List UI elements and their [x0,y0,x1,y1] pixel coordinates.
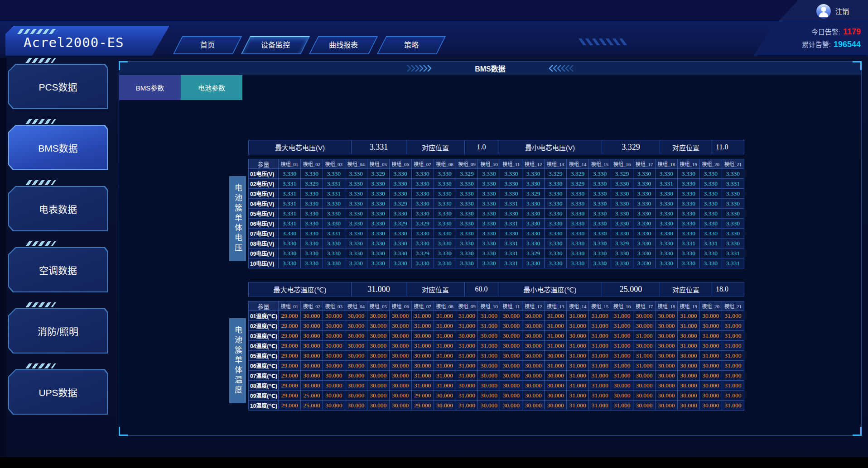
value-cell: 30.000 [522,371,545,381]
tab-bms-params[interactable]: BMS参数 [119,75,181,100]
sidebar-item-fire-lighting[interactable]: 消防/照明 [8,302,114,353]
value-cell: 25.000 [300,391,323,401]
nav-strategy[interactable]: 策略 [377,36,446,54]
sidebar-item-ups[interactable]: UPS数据 [8,363,114,415]
sidebar-item-label: UPS数据 [8,369,108,415]
value-cell: 31.000 [567,391,589,401]
column-header-cell: 模组_16 [611,301,633,311]
value-cell: 3.330 [677,229,699,239]
column-header-cell: 模组_19 [677,301,699,311]
value-cell: 3.330 [699,219,722,229]
value-cell: 30.000 [323,341,345,351]
sidebar-item-pcs[interactable]: PCS数据 [8,58,114,109]
value-cell: 30.000 [389,361,411,371]
value-cell: 30.000 [456,331,478,341]
summary-label-cell: 最小电芯电压(V) [498,140,602,154]
value-cell: 3.330 [434,258,456,268]
value-cell: 3.330 [611,209,633,219]
value-cell: 30.000 [699,361,722,371]
value-cell: 31.000 [567,321,589,331]
value-cell: 30.000 [611,391,633,401]
value-cell: 31.000 [434,331,456,341]
user-avatar-icon[interactable] [816,4,831,19]
alarm-today-label: 今日告警: [811,27,840,36]
value-cell: 31.000 [722,311,744,321]
value-cell: 3.330 [699,179,722,189]
summary-value-cell: 25.000 [602,282,660,296]
value-cell: 3.330 [522,239,545,248]
value-cell: 3.330 [611,248,633,258]
value-cell: 31.000 [589,401,611,411]
column-header-cell: 模组_06 [389,159,411,169]
value-cell: 30.000 [699,311,722,321]
sidebar-item-label: 消防/照明 [8,308,108,353]
value-cell: 31.000 [589,331,611,341]
value-cell: 30.000 [411,351,434,361]
value-cell: 30.000 [655,381,677,391]
value-cell: 3.330 [478,179,500,189]
temperature-table-group: 电池簇单体温度 最大电芯温度(℃)31.000对应位置60.0最小电芯温度(℃)… [229,282,861,411]
logout-button[interactable]: 注销 [835,6,849,16]
value-cell: 3.330 [699,258,722,268]
value-cell: 30.000 [545,371,567,381]
row-label-cell: 01电压(V) [249,169,279,179]
value-cell: 3.330 [722,239,744,248]
value-cell: 3.330 [589,239,611,248]
summary-value-cell: 1.0 [465,140,498,154]
app-logo: Acrel2000-ES [5,26,169,56]
value-cell: 3.330 [567,209,589,219]
value-cell: 31.000 [589,321,611,331]
value-cell: 3.330 [411,169,434,179]
value-cell: 3.330 [279,258,301,268]
value-cell: 30.000 [633,321,656,331]
table-header-row: 参量模组_01模组_02模组_03模组_04模组_05模组_06模组_07模组_… [249,159,744,169]
value-cell: 3.331 [279,199,301,209]
value-cell: 31.000 [456,351,478,361]
value-cell: 3.329 [389,199,411,209]
alarm-today-value: 1179 [843,27,861,37]
value-cell: 3.330 [633,248,656,258]
value-cell: 3.331 [279,219,301,229]
value-cell: 30.000 [655,361,677,371]
sidebar-item-meter[interactable]: 电表数据 [8,180,114,231]
value-cell: 30.000 [389,311,411,321]
value-cell: 3.330 [545,179,567,189]
nav-device-monitor[interactable]: 设备监控 [241,36,310,54]
column-header-cell: 模组_08 [434,159,456,169]
sidebar-item-bms[interactable]: BMS数据 [8,119,114,170]
value-cell: 31.000 [434,311,456,321]
column-header-cell: 模组_02 [300,301,323,311]
value-cell: 3.330 [300,219,323,229]
value-cell: 30.000 [522,361,545,371]
nav-home[interactable]: 首页 [173,36,242,54]
value-cell: 3.330 [655,258,677,268]
value-cell: 29.000 [279,391,301,401]
value-cell: 30.000 [367,391,389,401]
hatch-decoration [25,302,56,307]
sidebar-item-hvac[interactable]: 空调数据 [8,241,114,292]
value-cell: 30.000 [323,331,345,341]
table-row: 02电压(V)3.3313.3293.3313.3303.3303.3303.3… [249,179,744,189]
summary-label-cell: 对应位置 [406,282,465,296]
hatch-decoration [25,58,56,63]
value-cell: 3.330 [300,239,323,248]
title-arrows-right-icon [407,65,433,72]
nav-curve-report[interactable]: 曲线报表 [309,36,378,54]
value-cell: 31.000 [589,351,611,361]
value-cell: 31.000 [633,331,656,341]
value-cell: 3.330 [567,219,589,229]
value-cell: 30.000 [367,381,389,391]
value-cell: 30.000 [545,401,567,411]
table-row: 05温度(℃)29.00030.00030.00030.00030.00030.… [249,351,744,361]
value-cell: 30.000 [522,331,545,341]
value-cell: 30.000 [677,331,699,341]
value-cell: 30.000 [411,331,434,341]
summary-value-cell: 11.0 [712,140,744,154]
nav-label: 首页 [178,37,236,53]
value-cell: 30.000 [300,351,323,361]
temperature-side-label: 电池簇单体温度 [229,318,246,403]
tab-battery-params[interactable]: 电池参数 [181,75,242,100]
value-cell: 3.330 [279,239,301,248]
value-cell: 3.330 [500,209,522,219]
column-header-cell: 模组_02 [300,159,323,169]
